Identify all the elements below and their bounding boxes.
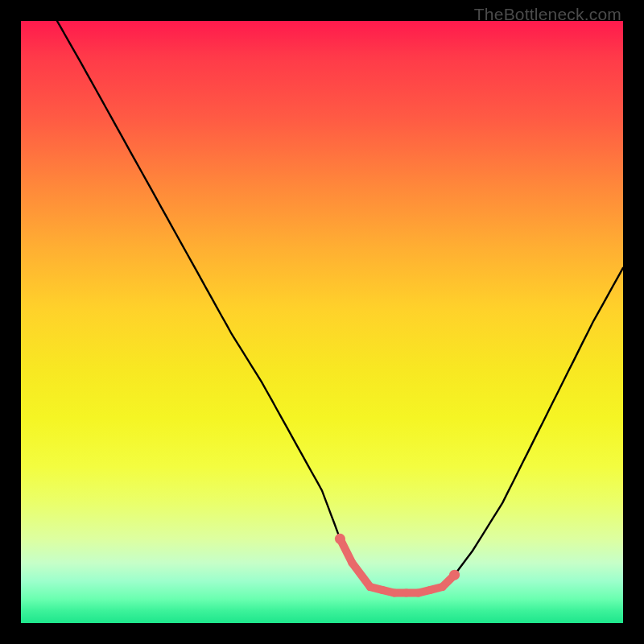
- optimal-marker: [390, 589, 398, 597]
- optimal-region-highlight: [340, 539, 454, 592]
- optimal-marker: [449, 570, 460, 580]
- bottleneck-curve: [57, 21, 623, 593]
- watermark-source: TheBottleneck.com: [474, 5, 621, 24]
- optimal-marker: [402, 589, 411, 597]
- optimal-marker: [439, 583, 447, 591]
- optimal-marker: [378, 586, 386, 594]
- chart-frame: TheBottleneck.com: [0, 0, 644, 644]
- optimal-marker: [335, 534, 345, 544]
- bottleneck-curve-svg: [21, 21, 623, 623]
- optimal-marker: [348, 559, 356, 567]
- plot-area: [21, 21, 623, 623]
- optimal-marker: [415, 589, 423, 597]
- optimal-marker: [427, 586, 435, 594]
- optimal-marker: [366, 583, 374, 591]
- optimal-region-markers: [335, 534, 460, 597]
